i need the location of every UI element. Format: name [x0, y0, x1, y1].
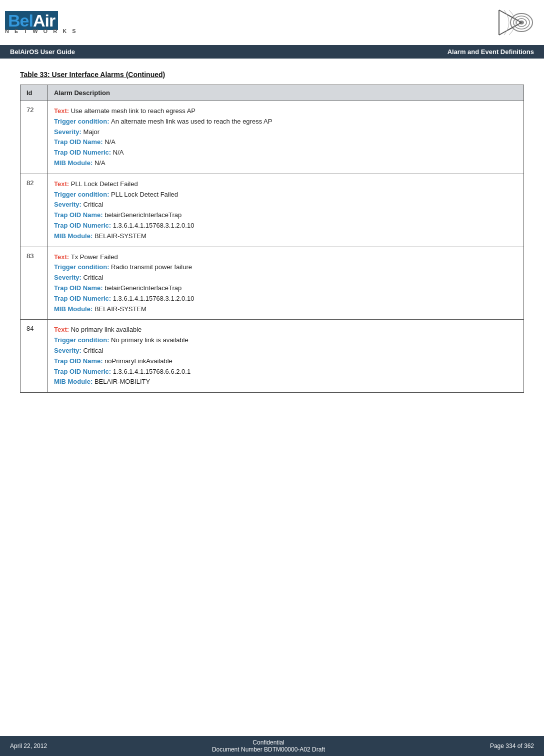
main-content: Table 33: User Interface Alarms (Continu… [0, 59, 544, 455]
row-desc: Text: Tx Power FailedTrigger condition: … [48, 247, 524, 320]
desc-line: Severity: Critical [54, 346, 518, 356]
page-bottom [20, 413, 524, 443]
row-id: 84 [20, 320, 48, 393]
logo-networks: N E T W O R K S [5, 28, 78, 34]
row-id: 83 [20, 247, 48, 320]
col-id: Id [20, 85, 48, 101]
desc-line: Severity: Critical [54, 273, 518, 283]
footer-date: April 22, 2012 [10, 742, 47, 749]
desc-line: Trigger condition: An alternate mesh lin… [54, 117, 518, 127]
desc-line: MIB Module: BELAIR-MOBILITY [54, 377, 518, 387]
page-header: BelAir N E T W O R K S [0, 0, 544, 45]
belair-logo-icon [489, 5, 534, 40]
footer-confidential: Confidential [47, 739, 490, 746]
desc-line: Trigger condition: PLL Lock Detect Faile… [54, 190, 518, 200]
desc-line: Trap OID Numeric: 1.3.6.1.4.1.15768.3.1.… [54, 294, 518, 304]
row-id: 72 [20, 101, 48, 174]
desc-line: Trap OID Numeric: 1.3.6.1.4.1.15768.3.1.… [54, 221, 518, 231]
table-row: 84Text: No primary link availableTrigger… [20, 320, 524, 393]
desc-line: Text: PLL Lock Detect Failed [54, 179, 518, 190]
section-title: Alarm and Event Definitions [448, 48, 534, 56]
col-alarm-description: Alarm Description [48, 85, 524, 101]
desc-line: Trigger condition: No primary link is av… [54, 335, 518, 346]
page-footer: April 22, 2012 Confidential Document Num… [0, 736, 544, 756]
desc-line: MIB Module: BELAIR-SYSTEM [54, 231, 518, 242]
desc-line: MIB Module: N/A [54, 158, 518, 169]
row-desc: Text: Use alternate mesh link to reach e… [48, 101, 524, 174]
row-desc: Text: No primary link availableTrigger c… [48, 320, 524, 393]
row-desc: Text: PLL Lock Detect FailedTrigger cond… [48, 174, 524, 247]
table-row: 82Text: PLL Lock Detect FailedTrigger co… [20, 174, 524, 247]
desc-line: MIB Module: BELAIR-SYSTEM [54, 304, 518, 315]
nav-bar: BelAirOS User Guide Alarm and Event Defi… [0, 45, 544, 59]
desc-line: Trap OID Numeric: N/A [54, 148, 518, 158]
desc-line: Trap OID Name: noPrimaryLinkAvailable [54, 356, 518, 367]
desc-line: Trap OID Name: belairGenericInterfaceTra… [54, 283, 518, 294]
row-id: 82 [20, 174, 48, 247]
desc-line: Text: No primary link available [54, 325, 518, 335]
desc-line: Text: Tx Power Failed [54, 252, 518, 263]
desc-line: Text: Use alternate mesh link to reach e… [54, 106, 518, 117]
table-title: Table 33: User Interface Alarms (Continu… [20, 71, 524, 79]
desc-line: Severity: Major [54, 127, 518, 138]
table-row: 72Text: Use alternate mesh link to reach… [20, 101, 524, 174]
desc-line: Severity: Critical [54, 200, 518, 210]
desc-line: Trap OID Numeric: 1.3.6.1.4.1.15768.6.6.… [54, 367, 518, 377]
alarm-table: Id Alarm Description 72Text: Use alterna… [20, 85, 524, 393]
desc-line: Trigger condition: Radio transmit power … [54, 262, 518, 273]
desc-line: Trap OID Name: belairGenericInterfaceTra… [54, 210, 518, 221]
guide-title: BelAirOS User Guide [10, 48, 75, 56]
footer-center: Confidential Document Number BDTM00000-A… [47, 739, 490, 753]
footer-doc-number: Document Number BDTM00000-A02 Draft [47, 746, 490, 753]
logo-area: BelAir N E T W O R K S [5, 11, 78, 34]
desc-line: Trap OID Name: N/A [54, 137, 518, 148]
table-row: 83Text: Tx Power FailedTrigger condition… [20, 247, 524, 320]
footer-page: Page 334 of 362 [490, 742, 534, 749]
